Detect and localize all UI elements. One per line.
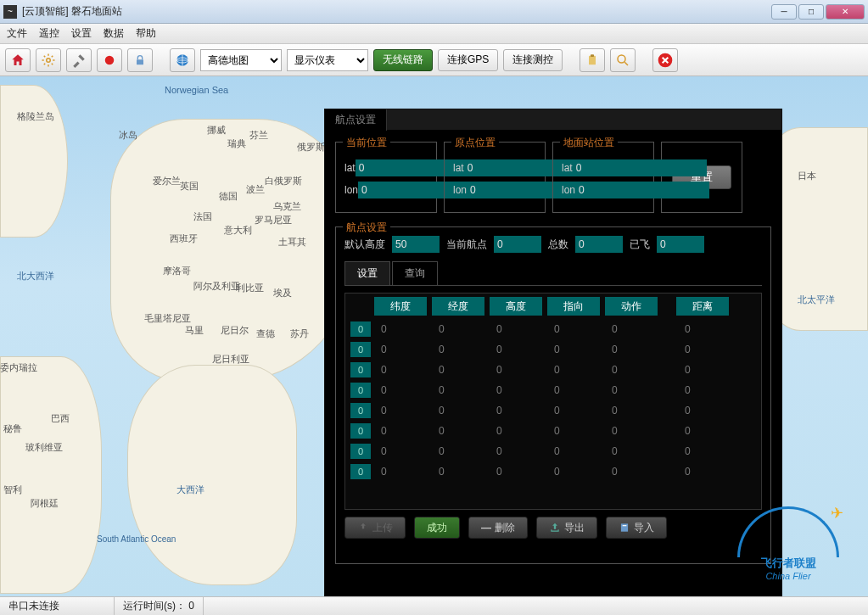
cell-lon: 0 [432,405,490,417]
map-label: 北太平洋 [798,294,835,306]
record-button[interactable] [97,48,122,72]
section-legend: 航点设置 [343,221,390,235]
row-index: 0 [350,342,371,357]
cell-lat: 0 [374,344,432,355]
tools-button[interactable] [66,48,92,72]
station-position-group: 地面站位置 lat lon [552,142,654,213]
col-alt: 高度 [490,297,542,316]
svg-rect-5 [589,55,596,64]
export-icon [549,522,561,534]
search-button[interactable] [610,48,636,72]
tab-query[interactable]: 查询 [392,261,438,285]
lat-label: lat [344,162,356,174]
app-icon: ~ [3,5,17,19]
current-position-group: 当前位置 lat lon [335,142,437,213]
map-label: 冰岛 [119,129,137,142]
home-button[interactable] [5,48,31,72]
col-dist: 距离 [676,297,729,316]
stop-button[interactable] [652,48,678,72]
flown-input[interactable] [657,236,704,253]
export-button[interactable]: 导出 [536,517,597,539]
cell-alt: 0 [490,466,547,478]
map-label: 马里 [185,324,204,337]
menu-help[interactable]: 帮助 [136,26,156,41]
menu-remote[interactable]: 遥控 [39,26,59,41]
delete-button[interactable]: —删除 [468,517,528,539]
svg-rect-10 [623,525,627,526]
table-row[interactable]: 0000000 [345,400,761,421]
origin-position-group: 原点位置 lat lon [444,142,546,213]
close-red-icon [657,52,674,69]
upload-icon [357,522,369,534]
map-label: 委内瑞拉 [0,361,37,374]
col-heading: 指向 [547,297,600,316]
cell-alt: 0 [490,344,547,355]
cell-heading: 0 [547,405,605,417]
display-select[interactable]: 显示仪表 [287,49,368,71]
panel-tab-waypoints[interactable]: 航点设置 [325,109,387,131]
serial-status: 串口未连接 [0,597,115,615]
current-wp-input[interactable] [494,236,541,253]
import-icon [619,522,630,534]
tab-set[interactable]: 设置 [344,261,390,285]
table-row[interactable]: 0000000 [345,441,761,461]
menu-data[interactable]: 数据 [104,26,124,41]
maximize-button[interactable]: □ [798,4,824,20]
globe-icon [175,53,190,68]
connect-gps-button[interactable]: 连接GPS [438,49,498,71]
cell-dist: 0 [678,384,736,396]
menu-file[interactable]: 文件 [7,26,27,41]
table-row[interactable]: 0000000 [345,421,761,441]
station-lat-input[interactable] [573,159,707,176]
success-button[interactable]: 成功 [414,517,460,539]
cell-action: 0 [605,405,663,417]
globe-button[interactable] [170,48,195,72]
tools-icon [71,53,87,68]
lock-button[interactable] [127,48,153,72]
cell-alt: 0 [490,323,547,335]
station-lon-input[interactable] [575,182,709,198]
map-label: 大西洋 [176,484,204,496]
clipboard-button[interactable] [580,48,605,72]
cell-action: 0 [605,384,663,396]
svg-point-0 [47,58,51,62]
cell-dist: 0 [678,364,736,376]
menu-settings[interactable]: 设置 [71,26,92,41]
table-row[interactable]: 0000000 [345,380,761,400]
table-header: 纬度 经度 高度 指向 动作 距离 [345,294,761,319]
gear-button[interactable] [36,48,61,72]
table-row[interactable]: 0000000 [345,360,761,380]
waypoint-table[interactable]: 纬度 经度 高度 指向 动作 距离 0000000000000000000000… [344,293,762,510]
total-input[interactable] [575,236,623,253]
cell-lon: 0 [432,384,490,396]
cell-action: 0 [605,466,663,478]
table-row[interactable]: 0000000 [345,461,761,482]
map-label: 瑞典 [227,137,246,150]
cell-action: 0 [605,323,663,335]
table-row[interactable]: 0000000 [345,339,761,360]
cell-heading: 0 [547,466,605,478]
import-button[interactable]: 导入 [606,517,667,539]
default-alt-input[interactable] [392,236,440,253]
statusbar: 串口未连接 运行时间(s)： 0 [0,596,868,615]
close-button[interactable]: ✕ [826,4,865,20]
waypoint-panel: 航点设置 当前位置 lat lon 原点位置 lat lon 地面站位置 lat… [324,109,782,596]
home-icon [10,53,25,68]
cell-alt: 0 [490,364,547,376]
minimize-button[interactable]: ─ [771,4,797,20]
svg-point-1 [105,55,115,64]
table-row[interactable]: 0000000 [345,319,761,339]
upload-button[interactable]: 上传 [344,517,406,539]
group-legend: 当前位置 [343,136,390,150]
reset-group: 重置 [661,142,742,213]
row-index: 0 [350,321,371,337]
waypoint-section: 航点设置 默认高度 当前航点 总数 已飞 设置 查询 纬度 经 [335,226,771,564]
connect-tc-button[interactable]: 连接测控 [503,49,563,71]
cell-lat: 0 [374,466,432,478]
map-view[interactable]: 格陵兰岛 Norwegian Sea 冰岛 北大西洋 北太平洋 挪威 瑞典 芬兰… [0,76,868,596]
map-label: 罗马尼亚 [255,214,292,226]
map-provider-select[interactable]: 高德地图 [200,49,282,71]
lon-label: lon [344,184,358,196]
col-lon: 经度 [432,297,484,316]
wireless-button[interactable]: 无线链路 [373,49,433,71]
